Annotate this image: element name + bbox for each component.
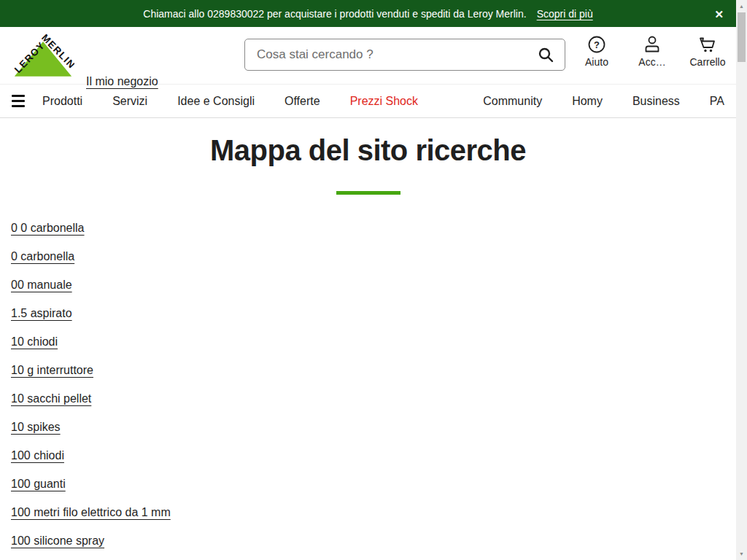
nav-item-homy[interactable]: Homy xyxy=(572,95,603,108)
list-item: 100 guanti xyxy=(11,478,736,506)
list-item: 100 silicone spray xyxy=(11,534,736,560)
sitemap-link[interactable]: 100 chiodi xyxy=(11,449,64,462)
nav-item-servizi[interactable]: Servizi xyxy=(112,95,147,108)
account-label: Acc… xyxy=(638,56,665,68)
list-item: 10 chiodi xyxy=(11,335,736,364)
title-divider xyxy=(336,191,400,195)
list-item: 0 0 carbonella xyxy=(11,222,736,250)
search-input[interactable] xyxy=(245,47,537,62)
nav-right-group: Community Homy Business PA xyxy=(483,95,724,108)
help-button[interactable]: ? Aiuto xyxy=(578,34,616,68)
promo-banner: Chiamaci allo 0289830022 per acquistare … xyxy=(0,0,736,27)
list-item: 10 spikes xyxy=(11,421,736,449)
list-item: 100 metri filo elettrico da 1 mm xyxy=(11,506,736,534)
cart-label: Carrello xyxy=(689,56,725,68)
cart-button[interactable]: Carrello xyxy=(689,34,727,68)
account-icon xyxy=(642,34,662,55)
scrollbar[interactable]: ▲ ▼ xyxy=(736,0,747,560)
sitemap-link[interactable]: 1.5 aspirato xyxy=(11,307,72,319)
search-bar xyxy=(244,39,565,71)
nav-item-community[interactable]: Community xyxy=(483,95,542,108)
help-icon: ? xyxy=(587,34,607,55)
leroy-merlin-logo[interactable]: LEROY MERLIN xyxy=(12,33,74,79)
account-button[interactable]: Acc… xyxy=(633,34,671,68)
sitemap-link[interactable]: 10 chiodi xyxy=(11,335,58,348)
svg-text:?: ? xyxy=(594,39,600,50)
nav-item-pa[interactable]: PA xyxy=(710,95,724,108)
header-actions: ? Aiuto Acc… Carrello xyxy=(578,34,727,68)
page-title: Mappa del sito ricerche xyxy=(0,134,736,166)
sitemap-link[interactable]: 10 sacchi pellet xyxy=(11,392,91,405)
nav-item-prezzi-shock[interactable]: Prezzi Shock xyxy=(350,95,418,108)
sitemap-link[interactable]: 10 spikes xyxy=(11,421,61,433)
sitemap-link[interactable]: 100 silicone spray xyxy=(11,534,104,547)
list-item: 10 sacchi pellet xyxy=(11,392,736,421)
close-icon[interactable]: ✕ xyxy=(714,8,724,19)
page: Chiamaci allo 0289830022 per acquistare … xyxy=(0,0,736,560)
sitemap-link[interactable]: 10 g interruttore xyxy=(11,364,93,376)
header: LEROY MERLIN Il mio negozio ? Aiuto xyxy=(0,27,736,84)
search-icon xyxy=(537,46,554,63)
help-label: Aiuto xyxy=(585,56,608,68)
sitemap-link[interactable]: 100 guanti xyxy=(11,478,66,490)
scrollbar-thumb[interactable] xyxy=(738,12,746,62)
sitemap-link[interactable]: 0 0 carbonella xyxy=(11,222,85,234)
my-store-link[interactable]: Il mio negozio xyxy=(86,75,158,88)
search-button[interactable] xyxy=(537,46,565,63)
scrollbar-down-arrow-icon[interactable]: ▼ xyxy=(736,548,747,559)
main-content: Mappa del sito ricerche 0 0 carbonella 0… xyxy=(0,118,736,560)
promo-link[interactable]: Scopri di più xyxy=(537,8,593,20)
nav-item-offerte[interactable]: Offerte xyxy=(285,95,320,108)
main-nav: Prodotti Servizi Idee e Consigli Offerte… xyxy=(0,84,736,118)
list-item: 100 chiodi xyxy=(11,449,736,478)
list-item: 00 manuale xyxy=(11,279,736,307)
list-item: 0 carbonella xyxy=(11,250,736,279)
cart-icon xyxy=(697,34,718,55)
list-item: 10 g interruttore xyxy=(11,364,736,392)
list-item: 1.5 aspirato xyxy=(11,307,736,335)
nav-item-prodotti[interactable]: Prodotti xyxy=(42,95,82,108)
hamburger-menu-icon[interactable] xyxy=(12,95,25,107)
nav-item-business[interactable]: Business xyxy=(632,95,680,108)
sitemap-link-list: 0 0 carbonella 0 carbonella 00 manuale 1… xyxy=(0,222,736,560)
nav-left-group: Prodotti Servizi Idee e Consigli Offerte… xyxy=(12,95,418,108)
scrollbar-up-arrow-icon[interactable]: ▲ xyxy=(736,1,747,12)
nav-item-idee-e-consigli[interactable]: Idee e Consigli xyxy=(177,95,255,108)
sitemap-link[interactable]: 0 carbonella xyxy=(11,250,74,262)
promo-message: Chiamaci allo 0289830022 per acquistare … xyxy=(143,8,526,20)
sitemap-link[interactable]: 00 manuale xyxy=(11,279,72,291)
sitemap-link[interactable]: 100 metri filo elettrico da 1 mm xyxy=(11,506,171,518)
